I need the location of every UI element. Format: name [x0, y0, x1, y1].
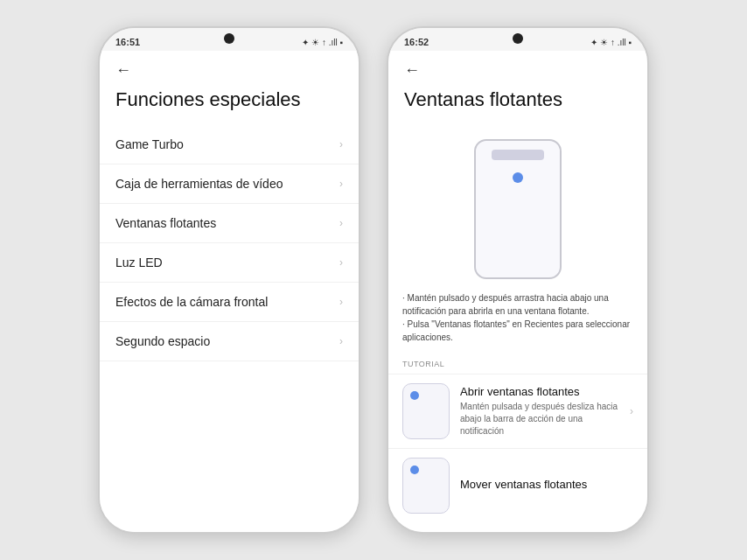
menu-item-game-turbo-label: Game Turbo — [115, 137, 184, 151]
left-menu-list: Game Turbo › Caja de herramientas de víd… — [100, 125, 359, 532]
right-status-bar: 16:52 ✦ ☀ ↑ .ıll ▪ — [388, 28, 647, 51]
menu-item-led-label: Luz LED — [115, 256, 163, 270]
left-status-bar: 16:51 ✦ ☀ ↑ .ıll ▪ — [100, 28, 359, 51]
tutorial-title-open: Abrir ventanas flotantes — [460, 385, 619, 398]
menu-item-floating-label: Ventanas flotantes — [115, 216, 216, 230]
right-time: 16:52 — [404, 37, 429, 47]
tutorial-info-move: Mover ventanas flotantes — [460, 478, 633, 494]
tutorial-thumb-move-dot — [410, 466, 419, 474]
menu-item-video-tools-label: Caja de herramientas de vídeo — [115, 177, 283, 191]
left-status-icons: ✦ ☀ ↑ .ıll ▪ — [302, 38, 343, 47]
menu-item-led[interactable]: Luz LED › — [100, 243, 359, 283]
right-phone: 16:52 ✦ ☀ ↑ .ıll ▪ ← Ventanas flotantes … — [387, 26, 649, 534]
tutorial-item-open[interactable]: Abrir ventanas flotantes Mantén pulsada … — [388, 374, 647, 448]
tutorial-section-label: TUTORIAL — [388, 351, 647, 374]
tutorial-item-move[interactable]: Mover ventanas flotantes — [388, 448, 647, 522]
floating-desc-text: · Mantén pulsado y después arrastra haci… — [402, 293, 630, 342]
right-page-title: Ventanas flotantes — [388, 83, 647, 125]
left-camera-notch — [224, 33, 234, 44]
menu-item-camera-label: Efectos de la cámara frontal — [115, 295, 268, 309]
menu-item-video-tools[interactable]: Caja de herramientas de vídeo › — [100, 164, 359, 204]
tutorial-thumb-open-dot — [410, 391, 419, 400]
menu-item-second-space[interactable]: Segundo espacio › — [100, 322, 359, 361]
left-time: 16:51 — [115, 37, 140, 47]
menu-item-camera-effects[interactable]: Efectos de la cámara frontal › — [100, 283, 359, 322]
menu-item-game-turbo-chevron: › — [339, 138, 343, 150]
phone-illustration-inner — [474, 139, 562, 279]
left-page-title: Funciones especiales — [100, 83, 359, 125]
tutorial-thumb-open — [402, 383, 450, 439]
scene: 16:51 ✦ ☀ ↑ .ıll ▪ ← Funciones especiale… — [0, 0, 747, 560]
menu-item-game-turbo[interactable]: Game Turbo › — [100, 125, 359, 164]
right-camera-notch — [513, 33, 523, 44]
left-phone: 16:51 ✦ ☀ ↑ .ıll ▪ ← Funciones especiale… — [98, 26, 360, 534]
tutorial-thumb-move — [402, 458, 450, 514]
menu-item-second-space-label: Segundo espacio — [115, 334, 210, 348]
phone-illustration — [388, 125, 647, 288]
menu-item-camera-chevron: › — [339, 296, 343, 308]
menu-item-second-space-chevron: › — [339, 335, 343, 347]
tutorial-title-move: Mover ventanas flotantes — [460, 478, 633, 491]
left-back-button[interactable]: ← — [100, 51, 359, 83]
tutorial-subtitle-open: Mantén pulsada y después desliza hacia a… — [460, 401, 619, 438]
menu-item-video-tools-chevron: › — [339, 178, 343, 190]
left-screen: ← Funciones especiales Game Turbo › Caja… — [100, 51, 359, 532]
tutorial-open-chevron: › — [630, 405, 633, 417]
menu-item-floating-chevron: › — [339, 217, 343, 229]
floating-description: · Mantén pulsado y después arrastra haci… — [388, 288, 647, 351]
menu-item-led-chevron: › — [339, 256, 343, 269]
tutorial-info-open: Abrir ventanas flotantes Mantén pulsada … — [460, 385, 619, 438]
phone-illus-topbar — [492, 150, 544, 160]
menu-item-floating-windows[interactable]: Ventanas flotantes › — [100, 204, 359, 243]
right-screen: ← Ventanas flotantes · Mantén pulsado y … — [388, 51, 647, 532]
phone-illus-dot — [513, 172, 523, 183]
right-status-icons: ✦ ☀ ↑ .ıll ▪ — [590, 38, 632, 47]
right-back-button[interactable]: ← — [388, 51, 647, 83]
